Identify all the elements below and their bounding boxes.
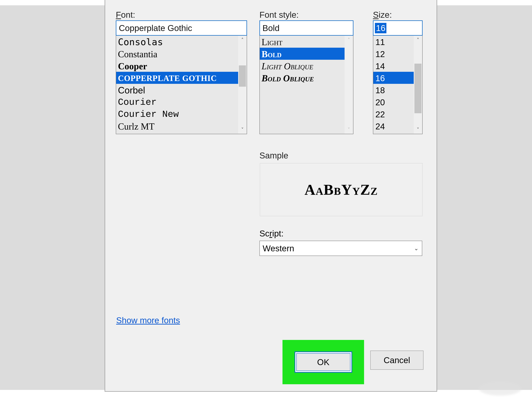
size-item[interactable]: 24 — [373, 120, 414, 132]
script-select[interactable]: Western ⌄ — [259, 241, 422, 256]
scroll-track[interactable] — [414, 44, 422, 125]
shadow-glow — [479, 381, 521, 396]
font-style-item[interactable]: Bold — [260, 48, 344, 60]
font-dialog: Font: Copperplate Gothic ConsolasConstan… — [105, 0, 437, 392]
script-value: Western — [263, 243, 294, 253]
size-label: Size: — [373, 10, 423, 20]
font-style-item[interactable]: Light Oblique — [260, 60, 344, 72]
size-input-value: 16 — [375, 23, 386, 33]
scroll-down-icon[interactable]: ˅ — [238, 125, 247, 134]
font-item[interactable]: Consolas — [116, 36, 238, 48]
size-scrollbar[interactable]: ˄ ˅ — [414, 36, 422, 134]
size-input[interactable]: 16 — [373, 20, 423, 36]
font-item[interactable]: Curlz MT — [116, 120, 238, 132]
font-item[interactable]: Copperplate Gothic — [116, 72, 238, 84]
scroll-down-icon[interactable]: ˅ — [414, 125, 422, 134]
font-input-value: Copperplate Gothic — [119, 23, 192, 33]
ok-button-focus: OK — [294, 351, 352, 373]
font-item[interactable]: Courier New — [116, 108, 238, 120]
cancel-button[interactable]: Cancel — [370, 351, 424, 370]
scroll-thumb[interactable] — [239, 65, 246, 87]
font-label: Font: — [116, 10, 247, 20]
font-style-input-value: Bold — [263, 23, 280, 33]
scroll-down-icon[interactable]: ˅ — [344, 125, 353, 134]
font-style-item[interactable]: Light — [260, 36, 344, 48]
scroll-up-icon[interactable]: ˄ — [414, 36, 422, 44]
size-item[interactable]: 22 — [373, 108, 414, 120]
size-column: Size: 16 1112141618202224 ˄ ˅ — [373, 10, 423, 134]
font-item[interactable]: Cooper — [116, 60, 238, 72]
font-input[interactable]: Copperplate Gothic — [116, 20, 247, 36]
sample-box: AaBbYyZz — [260, 163, 423, 216]
font-scrollbar[interactable]: ˄ ˅ — [238, 36, 247, 134]
show-more-fonts-link[interactable]: Show more fonts — [116, 316, 180, 325]
font-style-item[interactable]: Bold Oblique — [260, 72, 344, 84]
scroll-track[interactable] — [238, 44, 247, 125]
scroll-up-icon[interactable]: ˄ — [238, 36, 247, 44]
font-item[interactable]: Courier — [116, 96, 238, 108]
scroll-up-icon[interactable]: ˄ — [344, 36, 353, 44]
size-listbox[interactable]: 1112141618202224 ˄ ˅ — [373, 36, 423, 134]
size-item[interactable]: 12 — [373, 48, 414, 60]
size-item[interactable]: 14 — [373, 60, 414, 72]
script-label: Script: — [259, 229, 284, 238]
scroll-thumb[interactable] — [414, 64, 421, 113]
size-item[interactable]: 18 — [373, 84, 414, 96]
ok-highlight: OK — [282, 340, 364, 384]
size-item[interactable]: 11 — [373, 36, 414, 48]
style-scrollbar[interactable]: ˄ ˅ — [344, 36, 353, 134]
font-style-input[interactable]: Bold — [259, 20, 353, 36]
chevron-down-icon: ⌄ — [414, 245, 419, 252]
ok-button[interactable]: OK — [296, 353, 350, 371]
font-style-listbox[interactable]: LightBoldLight ObliqueBold Oblique ˄ ˅ — [259, 36, 353, 134]
font-column: Font: Copperplate Gothic ConsolasConstan… — [116, 10, 247, 134]
size-item[interactable]: 16 — [373, 72, 414, 84]
scroll-track — [344, 44, 353, 125]
font-listbox[interactable]: ConsolasConstantiaCooperCopperplate Goth… — [116, 36, 247, 134]
font-item[interactable]: Constantia — [116, 48, 238, 60]
sample-text: AaBbYyZz — [305, 181, 378, 198]
font-item[interactable]: Corbel — [116, 84, 238, 96]
size-item[interactable]: 20 — [373, 96, 414, 108]
font-style-label: Font style: — [259, 10, 353, 20]
sample-label: Sample — [259, 151, 288, 160]
font-style-column: Font style: Bold LightBoldLight ObliqueB… — [259, 10, 353, 134]
